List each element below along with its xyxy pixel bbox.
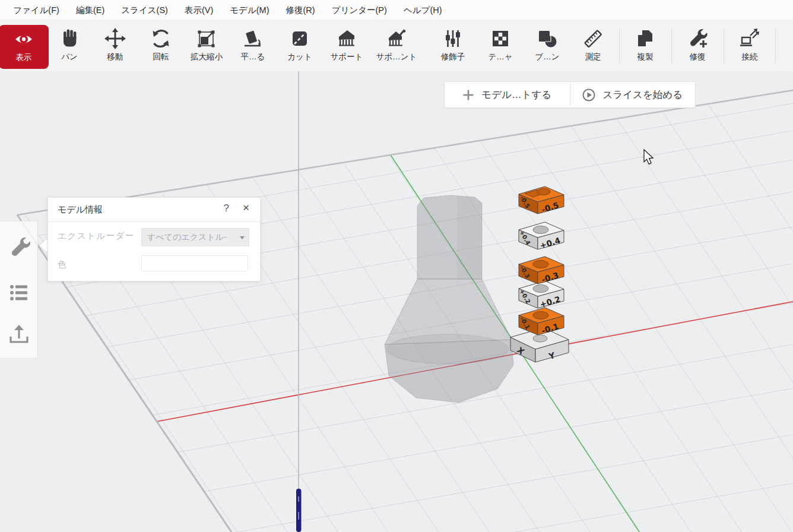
list-icon: [7, 281, 31, 305]
plate-back-edge: [17, 90, 793, 215]
tool-label: 回転: [136, 52, 186, 62]
color-input[interactable]: [141, 255, 248, 271]
tool-duplicate[interactable]: 複製: [620, 24, 670, 68]
color-label: 色: [58, 259, 67, 270]
panel-title: モデル情報: [58, 204, 103, 216]
toolbar-separator: [619, 29, 620, 64]
menu-repair[interactable]: 修復(R): [278, 5, 323, 16]
tool-label: 拡大縮小: [182, 52, 231, 62]
tool-lay-flat[interactable]: 平…る: [228, 24, 278, 68]
z-axis-marker: [296, 489, 302, 532]
start-slice-button[interactable]: スライスを始める: [570, 82, 696, 107]
tool-label: 平…る: [228, 52, 278, 62]
toolbar-separator: [775, 29, 776, 64]
tool-support[interactable]: サポート: [322, 24, 372, 68]
start-slice-label: スライスを始める: [602, 88, 683, 102]
support-icon: [335, 27, 359, 50]
scene-canvas[interactable]: Y X -0.1 -0.1 +0.2 +0.2: [0, 71, 793, 532]
scene-action-bar: モデル…トする スライスを始める: [444, 81, 696, 108]
menu-model[interactable]: モデル(M): [221, 5, 277, 16]
close-icon[interactable]: ×: [243, 201, 249, 214]
tool-label: 測定: [568, 52, 618, 62]
menu-view[interactable]: 表示(V): [176, 5, 221, 16]
play-icon: [582, 88, 595, 102]
calibration-tower[interactable]: Y X -0.1 -0.1 +0.2 +0.2: [510, 186, 569, 362]
extruder-dropdown[interactable]: すべてのエクストル‐: [141, 228, 249, 246]
menu-file[interactable]: ファイル(F): [5, 5, 68, 16]
tool-label: 表示: [0, 52, 49, 63]
menu-bar: ファイル(F) 編集(E) スライス(S) 表示(V) モデル(M) 修復(R)…: [0, 0, 793, 21]
tool-move[interactable]: 移動: [90, 24, 140, 68]
tool-connect[interactable]: 接続: [725, 24, 775, 68]
hand-icon: [58, 27, 81, 50]
boolean-icon: [535, 27, 559, 50]
model-info-panel: モデル情報 ? × エクストルーダー すべてのエクストル‐ 色: [47, 197, 261, 281]
tool-label: 修復: [673, 52, 722, 62]
extruder-dropdown-value: すべてのエクストル‐: [147, 232, 227, 243]
repair-icon: [686, 27, 709, 50]
extruder-row: エクストルーダー すべてのエクストル‐: [48, 222, 260, 251]
calibration-block[interactable]: +0.4 +0.4: [518, 222, 564, 251]
tool-label: 接続: [725, 52, 775, 62]
model-settings-button[interactable]: [7, 235, 31, 258]
tool-measure[interactable]: 測定: [568, 24, 618, 68]
move-icon: [103, 27, 127, 50]
tool-rotate[interactable]: 回転: [136, 24, 186, 68]
rotate-icon: [149, 27, 173, 50]
modifier-icon: [441, 27, 465, 50]
wrench-icon: [7, 235, 31, 258]
tool-repair[interactable]: 修復: [673, 24, 722, 68]
mouse-cursor: [644, 150, 653, 164]
tool-label: 修飾子: [428, 52, 478, 62]
eye-icon: [12, 27, 36, 51]
texture-icon: [489, 27, 512, 50]
tool-view[interactable]: 表示: [0, 25, 49, 69]
tool-label: 複製: [620, 52, 670, 62]
help-icon[interactable]: ?: [224, 202, 229, 214]
menu-slice[interactable]: スライス(S): [113, 5, 176, 16]
model-list-button[interactable]: [7, 281, 31, 305]
tool-label: カット: [275, 52, 325, 62]
cut-icon: [288, 27, 312, 50]
export-button[interactable]: [7, 322, 31, 346]
extruder-label: エクストルーダー: [58, 230, 135, 242]
menu-printer[interactable]: プリンター(P): [323, 5, 395, 16]
tool-modifier[interactable]: 修飾子: [428, 24, 478, 68]
import-model-button[interactable]: モデル…トする: [445, 82, 570, 107]
tool-support-paint[interactable]: サポ…ント: [372, 24, 421, 68]
tool-label: 移動: [90, 52, 140, 62]
toolbar-separator: [724, 29, 724, 64]
viewport-3d[interactable]: Y X -0.1 -0.1 +0.2 +0.2: [0, 71, 793, 532]
calibration-block[interactable]: -0.5 -0.5: [519, 186, 564, 214]
tool-label: ブ…ン: [522, 52, 572, 62]
tool-label: サポート: [322, 52, 372, 62]
measure-icon: [581, 27, 605, 50]
toolbar: 表示 パン 移動 回転: [0, 21, 793, 72]
duplicate-icon: [633, 27, 657, 50]
tool-label: サポ…ント: [372, 52, 421, 62]
chevron-down-icon: [240, 236, 245, 239]
plus-icon: [462, 89, 474, 101]
menu-help[interactable]: ヘルプ(H): [395, 5, 451, 16]
upload-icon: [7, 322, 31, 346]
model-funnel[interactable]: [385, 195, 513, 403]
toolbar-separator: [671, 29, 672, 64]
side-tool-strip: [0, 221, 38, 358]
tool-texture[interactable]: テ…ャ: [475, 24, 525, 68]
tool-label: テ…ャ: [475, 52, 525, 62]
tool-label: パン: [45, 52, 94, 62]
menu-edit[interactable]: 編集(E): [68, 5, 113, 16]
scale-icon: [195, 27, 218, 50]
tool-cut[interactable]: カット: [275, 24, 325, 68]
tool-pan[interactable]: パン: [45, 24, 94, 68]
color-row: 色: [48, 251, 260, 279]
connect-icon: [738, 27, 762, 50]
lay-flat-icon: [241, 27, 265, 50]
import-model-label: モデル…トする: [481, 88, 551, 102]
calibration-block[interactable]: -0.3 -0.3: [519, 256, 564, 284]
tool-boolean[interactable]: ブ…ン: [522, 24, 572, 68]
tool-scale[interactable]: 拡大縮小: [182, 24, 231, 68]
build-plate-grid: [0, 71, 793, 532]
panel-header: モデル情報 ? ×: [48, 198, 260, 222]
support-paint-icon: [385, 27, 408, 50]
